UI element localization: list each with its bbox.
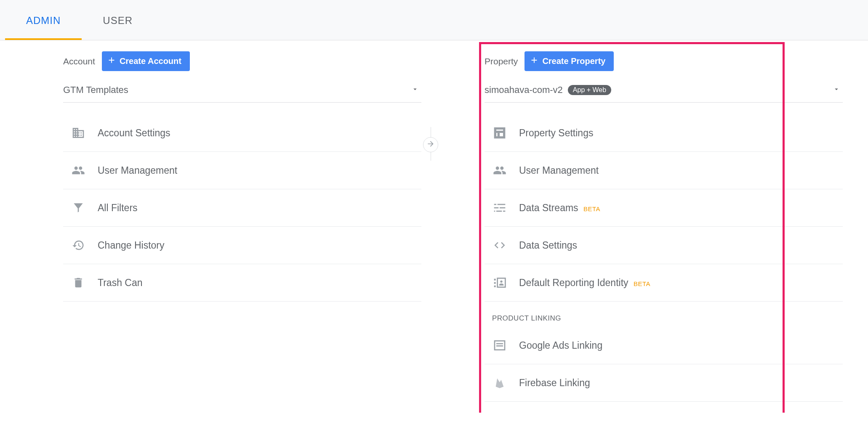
property-menu: Property Settings User Management Data S… [485, 114, 843, 402]
filter-icon [71, 200, 86, 215]
collapse-toggle[interactable] [423, 137, 438, 152]
history-icon [71, 238, 86, 253]
arrow-right-icon [426, 140, 435, 150]
account-label: Account [63, 56, 95, 66]
people-icon [71, 163, 86, 178]
menu-label: Default Reporting Identity BETA [519, 277, 650, 289]
account-selector-text: GTM Templates [63, 85, 128, 95]
svg-rect-3 [500, 207, 505, 209]
svg-rect-4 [494, 211, 495, 212]
account-column: Account Create Account GTM Templates Ac [0, 51, 434, 402]
menu-item-all-filters[interactable]: All Filters [63, 189, 421, 227]
streams-icon [492, 200, 507, 215]
svg-rect-7 [494, 279, 496, 281]
beta-tag: BETA [583, 205, 600, 212]
menu-label: All Filters [98, 202, 138, 214]
menu-item-user-management[interactable]: User Management [63, 152, 421, 189]
menu-item-firebase-linking[interactable]: Firebase Linking [485, 364, 843, 402]
menu-item-account-settings[interactable]: Account Settings [63, 114, 421, 152]
menu-label: Data Streams BETA [519, 202, 600, 214]
menu-item-default-reporting-identity[interactable]: Default Reporting Identity BETA [485, 264, 843, 302]
property-column: Property Create Property simoahava-com-v… [434, 51, 868, 402]
svg-rect-9 [494, 286, 496, 287]
svg-rect-14 [496, 345, 503, 347]
create-property-button[interactable]: Create Property [525, 51, 614, 71]
menu-label: User Management [519, 165, 599, 176]
svg-rect-13 [496, 343, 503, 345]
menu-item-data-streams[interactable]: Data Streams BETA [485, 189, 843, 227]
svg-rect-2 [494, 207, 499, 209]
plus-icon [107, 56, 116, 67]
menu-label: Firebase Linking [519, 377, 590, 389]
svg-rect-1 [498, 204, 506, 205]
property-selector-text: simoahava-com-v2 [485, 85, 563, 95]
menu-label: Trash Can [98, 277, 143, 289]
account-selector[interactable]: GTM Templates [63, 80, 421, 103]
menu-label: Google Ads Linking [519, 340, 602, 351]
menu-item-change-history[interactable]: Change History [63, 227, 421, 264]
svg-rect-5 [496, 211, 502, 212]
top-tabs: ADMIN USER [0, 0, 868, 40]
menu-label: Account Settings [98, 127, 170, 139]
account-menu: Account Settings User Management All Fil… [63, 114, 421, 302]
menu-item-property-settings[interactable]: Property Settings [485, 114, 843, 152]
people-icon [492, 163, 507, 178]
product-linking-header: PRODUCT LINKING [485, 302, 843, 327]
svg-rect-8 [494, 282, 496, 284]
trash-icon [71, 275, 86, 290]
firebase-icon [492, 375, 507, 390]
tab-user[interactable]: USER [82, 2, 154, 40]
menu-item-google-ads-linking[interactable]: Google Ads Linking [485, 327, 843, 364]
beta-tag: BETA [634, 280, 650, 287]
identity-icon [492, 275, 507, 290]
code-icon [492, 238, 507, 253]
menu-item-data-settings[interactable]: Data Settings [485, 227, 843, 264]
create-account-button[interactable]: Create Account [102, 51, 190, 71]
create-property-label: Create Property [542, 56, 605, 66]
chevron-down-icon [833, 85, 840, 95]
create-account-label: Create Account [120, 56, 181, 66]
property-label: Property [485, 56, 518, 66]
svg-rect-6 [503, 211, 505, 212]
svg-rect-0 [494, 204, 496, 205]
menu-label: Property Settings [519, 127, 593, 139]
app-web-badge: App + Web [568, 85, 611, 95]
building-icon [71, 125, 86, 140]
menu-label: User Management [98, 165, 177, 176]
chevron-down-icon [411, 85, 419, 95]
menu-label: Data Settings [519, 240, 577, 251]
menu-item-trash-can[interactable]: Trash Can [63, 264, 421, 302]
ads-icon [492, 338, 507, 353]
svg-point-11 [500, 281, 502, 283]
menu-label: Change History [98, 240, 165, 251]
property-selector[interactable]: simoahava-com-v2 App + Web [485, 80, 843, 103]
tab-admin[interactable]: ADMIN [5, 2, 82, 40]
plus-icon [530, 56, 539, 67]
menu-item-user-management-property[interactable]: User Management [485, 152, 843, 189]
layout-icon [492, 125, 507, 140]
